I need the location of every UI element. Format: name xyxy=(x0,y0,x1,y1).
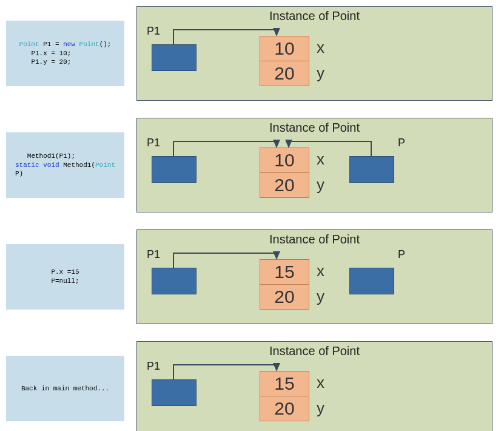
field-x-value: 15 xyxy=(260,259,309,285)
field-x-label: x xyxy=(317,262,324,280)
code-box: P.x =15 P=null; xyxy=(6,244,124,310)
field-x-value: 10 xyxy=(260,148,309,173)
code-snippet: Back in main method... xyxy=(21,384,109,393)
p-reference-box xyxy=(349,156,394,183)
field-y-value: 20 xyxy=(260,284,309,310)
code-box: Back in main method... xyxy=(6,356,124,421)
field-y-label: y xyxy=(317,287,324,306)
code-snippet: P.x =15 P=null; xyxy=(51,268,79,286)
p1-reference-box xyxy=(152,44,197,71)
p1-label: P1 xyxy=(147,137,160,149)
field-x-label: x xyxy=(317,150,324,169)
instance-fields: 1520 xyxy=(260,259,309,310)
diagram-title: Instance of Point xyxy=(137,121,492,135)
p1-label: P1 xyxy=(147,360,160,373)
memory-diagram: Instance of PointP11020xyP xyxy=(136,118,492,212)
p-label: P xyxy=(398,137,405,149)
field-x-value: 15 xyxy=(260,371,309,396)
field-y-value: 20 xyxy=(260,396,309,421)
diagram-row: Back in main method...Instance of PointP… xyxy=(6,341,498,431)
p1-label: P1 xyxy=(147,248,160,261)
p1-reference-box xyxy=(152,268,197,294)
diagram-title: Instance of Point xyxy=(137,232,492,246)
instance-fields: 1020 xyxy=(260,148,309,198)
field-y-label: y xyxy=(317,64,324,83)
p1-reference-box xyxy=(152,156,197,183)
field-y-label: y xyxy=(317,399,324,418)
instance-fields: 1020 xyxy=(260,36,309,86)
memory-diagram: Instance of PointP11520xyP xyxy=(136,229,492,324)
diagram-row: Method1(P1); static void Method1(Point P… xyxy=(6,118,498,212)
field-x-value: 10 xyxy=(260,36,309,61)
field-y-value: 20 xyxy=(260,61,309,86)
code-box: Method1(P1); static void Method1(Point P… xyxy=(6,132,124,198)
p1-reference-box xyxy=(152,379,197,406)
p-label: P xyxy=(398,248,405,261)
instance-fields: 1520 xyxy=(260,371,309,421)
field-x-label: x xyxy=(317,373,324,392)
p-reference-box xyxy=(349,268,394,294)
diagram-row: Point P1 = new Point(); P1.x = 10; P1.y … xyxy=(6,6,498,101)
field-x-label: x xyxy=(317,38,324,57)
p1-label: P1 xyxy=(147,25,160,38)
code-snippet: Point P1 = new Point(); P1.x = 10; P1.y … xyxy=(19,40,112,67)
diagram-row: P.x =15 P=null;Instance of PointP11520xy… xyxy=(6,229,498,324)
diagram-title: Instance of Point xyxy=(137,9,492,23)
field-y-label: y xyxy=(317,175,324,194)
code-snippet: Method1(P1); static void Method1(Point P… xyxy=(15,152,115,179)
diagram-title: Instance of Point xyxy=(137,344,492,358)
memory-diagram: Instance of PointP11020xy xyxy=(136,6,492,101)
code-box: Point P1 = new Point(); P1.x = 10; P1.y … xyxy=(6,21,124,86)
field-y-value: 20 xyxy=(260,172,309,198)
memory-diagram: Instance of PointP11520xy xyxy=(136,341,492,431)
